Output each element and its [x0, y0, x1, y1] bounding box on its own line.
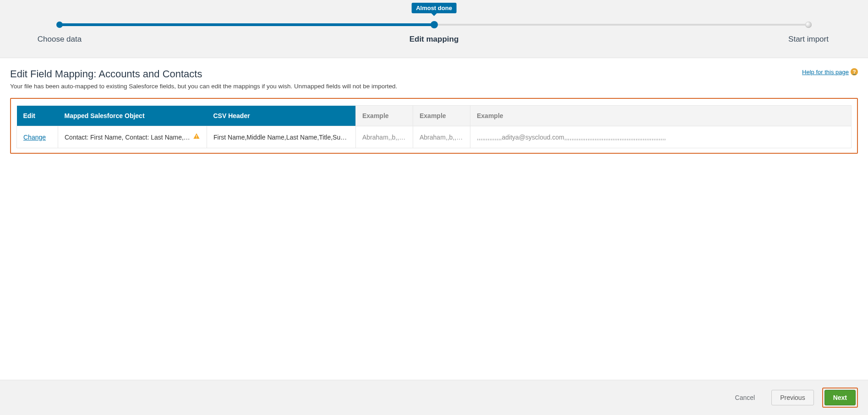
wizard-tooltip-text: Almost done — [416, 5, 452, 11]
mapping-table-highlight: Edit Mapped Salesforce Object CSV Header… — [10, 98, 858, 154]
cancel-button[interactable]: Cancel — [727, 390, 764, 405]
page-title: Edit Field Mapping: Accounts and Contact… — [10, 68, 397, 80]
page-head-row: Edit Field Mapping: Accounts and Contact… — [10, 68, 858, 90]
cell-csv-header: First Name,Middle Name,Last Name,Title,S… — [207, 126, 356, 148]
wizard-step-label-1: Choose data — [38, 35, 82, 44]
wizard-step-label-3: Start import — [788, 35, 829, 44]
wizard-header: Almost done Choose data Edit mapping Sta… — [0, 0, 868, 58]
change-link[interactable]: Change — [23, 134, 46, 141]
footer-bar: Cancel Previous Next — [0, 380, 868, 415]
mapping-table-header-row: Edit Mapped Salesforce Object CSV Header… — [17, 106, 852, 126]
wizard-track-fill — [60, 23, 434, 26]
wizard-step-label-2: Edit mapping — [409, 35, 459, 44]
col-header-example-1: Example — [356, 106, 413, 126]
wizard-track — [60, 22, 808, 27]
svg-rect-1 — [196, 138, 197, 138]
warning-icon — [193, 133, 200, 141]
wizard-labels: Choose data Edit mapping Start import — [60, 35, 808, 45]
cell-edit: Change — [17, 126, 58, 148]
col-header-csv: CSV Header — [207, 106, 356, 126]
wizard-step-dot-3 — [805, 22, 812, 28]
wizard-step-dot-2 — [431, 21, 438, 28]
mapped-object-text: Contact: First Name, Contact: Last Name,… — [65, 134, 190, 141]
next-button[interactable]: Next — [824, 390, 856, 405]
col-header-example-2: Example — [413, 106, 470, 126]
mapping-table: Edit Mapped Salesforce Object CSV Header… — [16, 105, 852, 148]
wizard-step-dot-1 — [56, 22, 63, 28]
cell-example-1: Abraham,,b,,,,,,,,,,, — [356, 126, 413, 148]
help-link-text: Help for this page — [802, 69, 849, 75]
col-header-example-3: Example — [470, 106, 852, 126]
wizard-tooltip: Almost done — [411, 3, 457, 13]
csv-header-text: First Name,Middle Name,Last Name,Title,S… — [213, 134, 347, 141]
main-content: Edit Field Mapping: Accounts and Contact… — [0, 58, 868, 154]
cell-example-2: Abraham,,b,,,,,,,,,,, — [413, 126, 470, 148]
col-header-mapped: Mapped Salesforce Object — [58, 106, 207, 126]
page-subtitle: Your file has been auto-mapped to existi… — [10, 83, 397, 90]
next-button-highlight: Next — [822, 388, 858, 408]
help-icon: ? — [851, 68, 858, 75]
svg-rect-0 — [196, 135, 197, 137]
page-head-left: Edit Field Mapping: Accounts and Contact… — [10, 68, 397, 90]
help-link[interactable]: Help for this page ? — [802, 68, 858, 75]
mapping-table-row: Change Contact: First Name, Contact: Las… — [17, 126, 852, 148]
cell-example-3: ,,,,,,,,,,,,,,aditya@syscloud.com,,,,,,,… — [470, 126, 852, 148]
col-header-edit: Edit — [17, 106, 58, 126]
previous-button[interactable]: Previous — [771, 390, 813, 405]
cell-mapped: Contact: First Name, Contact: Last Name,… — [58, 126, 207, 148]
